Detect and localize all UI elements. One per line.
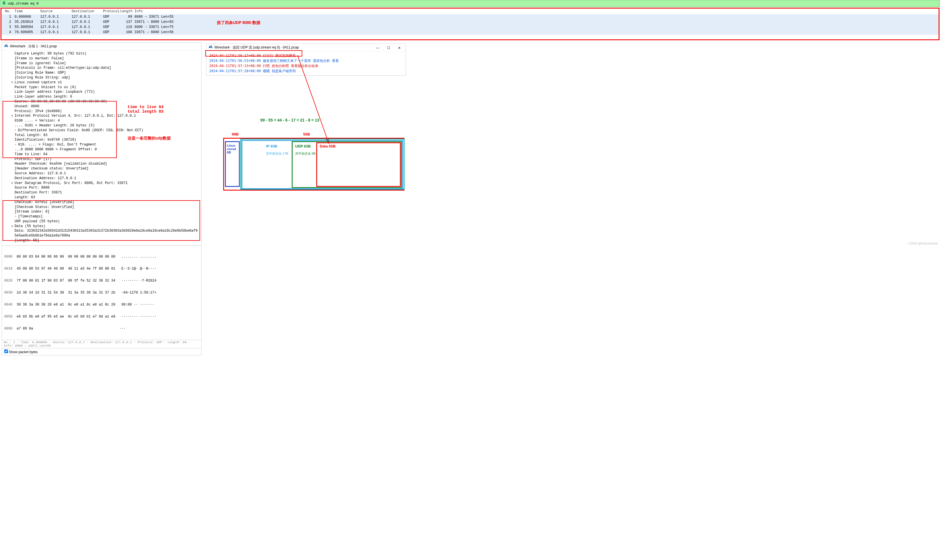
- hex-row[interactable]: 0010 45 00 00 53 97 49 40 00 40 11 a5 4e…: [4, 267, 199, 271]
- detail-line[interactable]: ›Differentiated Services Field: 0x00 (DS…: [4, 128, 199, 133]
- annotation-text: 抓了四条UDP 8080 数据: [217, 20, 260, 25]
- show-bytes-label: Show packet bytes: [9, 350, 38, 354]
- detail-line[interactable]: Checksum: 0xfe52 [unverified]: [4, 200, 199, 205]
- display-filter-bar[interactable]: udp.stream eq 0: [0, 0, 940, 7]
- annotation-calc: 99 - 55 = 44 - 6 - 17 = 21 - 8 = 13: [260, 118, 319, 122]
- collapse-icon[interactable]: ∨: [11, 181, 15, 186]
- packet-list-pane[interactable]: No. Time Source Destination Protocol Len…: [1, 8, 939, 40]
- packet-row[interactable]: 355.909594127.0.0.1127.0.0.1UDP1198080 →…: [2, 25, 938, 30]
- stream-line[interactable]: 2024-04-11T01:56:53+08:00 服务器张三刚刚又来了一个需求…: [209, 58, 403, 63]
- stream-line[interactable]: 2024-04-11T01:56:17+08:00 行行行 测试完就睡觉: [209, 53, 403, 58]
- window-title: Wireshark · 分组 1 · 0411.pcap: [10, 44, 57, 49]
- detail-line[interactable]: Protocol: IPv4 (0x0800): [4, 109, 199, 114]
- show-bytes-row[interactable]: Show packet bytes: [2, 348, 201, 355]
- window-title: Wireshark · 追踪 UDP 流 (udp.stream eq 0) ·…: [214, 45, 299, 50]
- detail-line[interactable]: [Frame is ignored: False]: [4, 61, 199, 66]
- packet-row[interactable]: 10.000000127.0.0.1127.0.0.1UDP998080 → 3…: [2, 14, 938, 19]
- detail-section[interactable]: ∨User Datagram Protocol, Src Port: 8080,…: [4, 181, 199, 186]
- packet-detail-tree[interactable]: Capture Length: 99 bytes (792 bits) [Fra…: [2, 50, 201, 244]
- packet-row[interactable]: 470.606085127.0.0.1127.0.0.1UDP10033671 …: [2, 30, 938, 35]
- window-titlebar[interactable]: Wireshark · 分组 1 · 0411.pcap: [2, 43, 201, 50]
- hex-row[interactable]: 0040 30 38 3a 30 30 20 e8 a1 8c e8 a1 8c…: [4, 303, 199, 307]
- packet-list-header: No. Time Source Destination Protocol Len…: [2, 9, 938, 14]
- hex-row[interactable]: 0060 a7 89 0a ···: [4, 327, 199, 331]
- packet-row[interactable]: 235.263014127.0.0.1127.0.0.1UDP13733671 …: [2, 19, 938, 25]
- detail-line[interactable]: Length: 63: [4, 195, 199, 200]
- detail-line[interactable]: UDP payload (55 bytes): [4, 219, 199, 224]
- detail-line[interactable]: Capture Length: 99 bytes (792 bits): [4, 51, 199, 56]
- packet-diagram: Linux coced 6B IP 83B 其中协议头 17B UDP 63B …: [223, 138, 406, 192]
- detail-line[interactable]: 0100 .... = Version: 4: [4, 118, 199, 123]
- detail-line[interactable]: [Coloring Rule Name: UDP]: [4, 71, 199, 75]
- window-titlebar[interactable]: Wireshark · 追踪 UDP 流 (udp.stream eq 0) ·…: [206, 44, 405, 51]
- expand-icon[interactable]: ›: [15, 142, 18, 147]
- detail-line[interactable]: Destination Address: 127.0.0.1: [4, 176, 199, 181]
- detail-line[interactable]: Packet type: Unicast to us (0): [4, 85, 199, 90]
- detail-section[interactable]: ∨Data (55 bytes): [4, 224, 199, 229]
- detail-line[interactable]: Protocol: UDP (17): [4, 157, 199, 162]
- collapse-icon[interactable]: ∨: [11, 80, 15, 85]
- display-filter-input[interactable]: udp.stream eq 0: [8, 2, 938, 6]
- hex-row[interactable]: 0020 7f 00 00 01 1f 90 83 87 00 3f fe 52…: [4, 279, 199, 283]
- detail-line[interactable]: Header Checksum: 0xa54e [validation disa…: [4, 162, 199, 166]
- packet-detail-window: Wireshark · 分组 1 · 0411.pcap Capture Len…: [2, 43, 202, 355]
- hex-row[interactable]: 0050 e6 b5 8b e8 af 95 e5 ae 8c e5 b0 b1…: [4, 315, 199, 318]
- wireshark-icon: [4, 44, 8, 49]
- hex-dump-pane[interactable]: 0000 00 00 03 04 00 06 00 00 00 00 00 00…: [2, 245, 201, 340]
- stream-line[interactable]: 2024-04-11T01:57:28+08:00 嗯嗯 我是客户端李四: [209, 68, 403, 74]
- detail-line[interactable]: Time to Live: 64: [4, 152, 199, 157]
- watermark: CSDN @txiaoxiaobai: [908, 242, 938, 245]
- annotation-text: total length 83: [128, 109, 163, 115]
- detail-line[interactable]: ›[Timestamps]: [4, 214, 199, 219]
- detail-line[interactable]: [Coloring Rule String: udp]: [4, 75, 199, 80]
- close-button[interactable]: ✕: [394, 45, 404, 51]
- detail-line[interactable]: Link-layer address type: Loopback (772): [4, 89, 199, 94]
- follow-stream-window: Wireshark · 追踪 UDP 流 (udp.stream eq 0) ·…: [206, 44, 406, 75]
- detail-line[interactable]: [Checksum Status: Unverified]: [4, 205, 199, 210]
- collapse-icon[interactable]: ∨: [11, 224, 15, 229]
- maximize-button[interactable]: ☐: [384, 45, 394, 51]
- detail-line[interactable]: Unused: 0000: [4, 104, 199, 109]
- detail-line[interactable]: Destination Port: 33671: [4, 190, 199, 195]
- detail-line[interactable]: Data: 323032342d30342d31315430313a35363a…: [4, 229, 199, 238]
- detail-section[interactable]: ∨Linux cooked capture v1: [4, 80, 199, 85]
- detail-line[interactable]: ›010. .... = Flags: 0x2, Don't fragment: [4, 142, 199, 147]
- detail-line[interactable]: [Frame is marked: False]: [4, 56, 199, 61]
- minimize-button[interactable]: —: [373, 45, 383, 51]
- collapse-icon[interactable]: ∨: [11, 114, 15, 118]
- detail-section[interactable]: ∨Internet Protocol Version 4, Src: 127.0…: [4, 114, 199, 118]
- detail-line[interactable]: [Stream index: 0]: [4, 209, 199, 214]
- detail-line[interactable]: Link-layer address length: 6: [4, 94, 199, 99]
- stream-line[interactable]: 2024-04-11T01:57:13+08:00 行吧 抓包分析吧 看看能分析…: [209, 63, 403, 68]
- annotation-text: 这是一条完整的udp数据: [128, 136, 171, 142]
- detail-line[interactable]: [Length: 55]: [4, 238, 199, 243]
- hex-row[interactable]: 0000 00 00 03 04 00 06 00 00 00 00 00 00…: [4, 255, 199, 259]
- stream-content[interactable]: 2024-04-11T01:56:17+08:00 行行行 测试完就睡觉 202…: [206, 51, 405, 75]
- bookmark-icon: [2, 1, 6, 6]
- detail-line[interactable]: Source Port: 8080: [4, 185, 199, 190]
- detail-line[interactable]: [Protocols in frame: sll:ethertype:ip:ud…: [4, 66, 199, 71]
- annotation-label: 55B: [303, 132, 310, 136]
- annotation-label: 99B: [232, 132, 239, 136]
- detail-line[interactable]: ...0 0000 0000 0000 = Fragment Offset: 0: [4, 147, 199, 152]
- detail-line[interactable]: .... 0101 = Header Length: 20 bytes (5): [4, 123, 199, 128]
- detail-line[interactable]: Source Address: 127.0.0.1: [4, 171, 199, 176]
- wireshark-icon: [209, 45, 213, 50]
- hex-row[interactable]: 0030 2d 30 34 2d 31 31 54 30 31 3a 35 36…: [4, 291, 199, 295]
- status-bar: No.: 1 · Time: 0.000000 · Source: 127.0.…: [2, 340, 201, 348]
- detail-line[interactable]: [Header checksum status: Unverified]: [4, 166, 199, 171]
- detail-line[interactable]: Source: 00:00:00_00:00:00 (00:00:00:00:0…: [4, 99, 199, 104]
- show-bytes-checkbox[interactable]: [4, 349, 8, 353]
- expand-icon[interactable]: ›: [15, 214, 18, 219]
- expand-icon[interactable]: ›: [15, 128, 18, 133]
